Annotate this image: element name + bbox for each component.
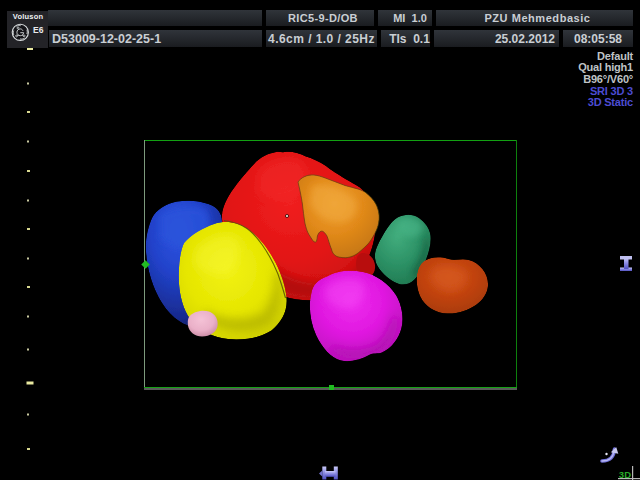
svg-text:3D: 3D: [619, 469, 631, 480]
